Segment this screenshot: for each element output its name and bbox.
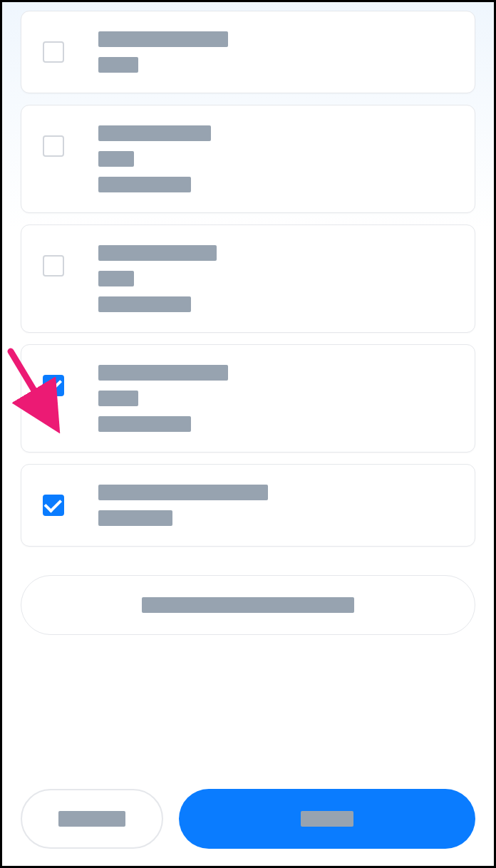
- search-bar[interactable]: [21, 575, 475, 635]
- option-2-line-1: [98, 125, 211, 141]
- checkbox-option-1[interactable]: [43, 41, 64, 63]
- option-content-3: [98, 245, 453, 312]
- option-card-3[interactable]: [21, 224, 475, 333]
- option-card-5[interactable]: [21, 464, 475, 547]
- option-1-line-1: [98, 31, 228, 47]
- option-card-4[interactable]: [21, 344, 475, 453]
- annotation-arrow-icon: [2, 343, 81, 450]
- option-card-1[interactable]: [21, 11, 475, 93]
- option-content-1: [98, 31, 453, 73]
- option-5-line-1: [98, 485, 268, 500]
- option-3-line-1: [98, 245, 217, 261]
- checkbox-option-3[interactable]: [43, 255, 64, 277]
- svg-line-1: [11, 351, 53, 423]
- options-list: [2, 2, 494, 635]
- option-4-line-3: [98, 416, 191, 432]
- confirm-button[interactable]: [179, 789, 475, 849]
- checkbox-option-2[interactable]: [43, 135, 64, 157]
- option-card-2[interactable]: [21, 105, 475, 213]
- checkbox-option-5[interactable]: [43, 495, 64, 516]
- option-2-line-2: [98, 151, 134, 167]
- option-1-line-2: [98, 57, 138, 73]
- footer-actions: [21, 789, 475, 849]
- option-2-line-3: [98, 177, 191, 192]
- option-content-2: [98, 125, 453, 192]
- option-3-line-3: [98, 296, 191, 312]
- option-4-line-2: [98, 391, 138, 406]
- option-content-4: [98, 365, 453, 432]
- cancel-button-label: [58, 811, 125, 827]
- option-content-5: [98, 485, 453, 526]
- option-5-line-2: [98, 510, 172, 526]
- cancel-button[interactable]: [21, 789, 163, 849]
- option-3-line-2: [98, 271, 134, 286]
- search-placeholder-text: [142, 597, 354, 613]
- option-4-line-1: [98, 365, 228, 381]
- confirm-button-label: [301, 811, 353, 827]
